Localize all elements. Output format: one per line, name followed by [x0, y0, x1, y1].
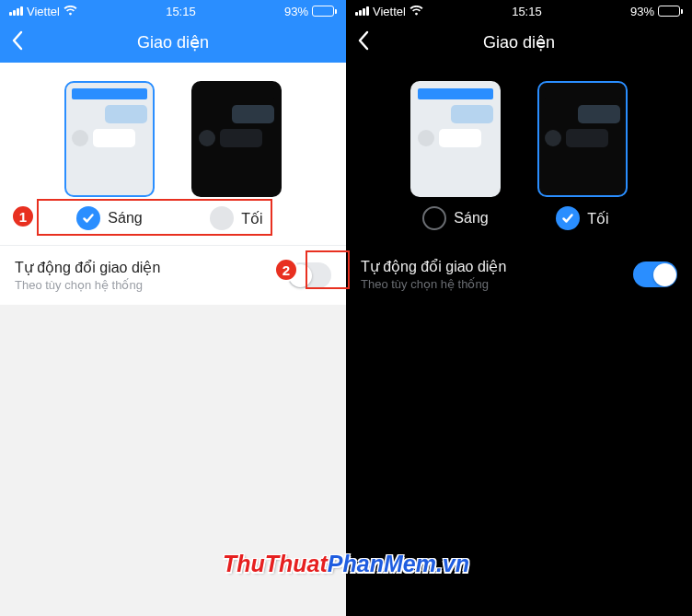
theme-preview-dark — [537, 81, 628, 197]
theme-preview-dark — [191, 81, 282, 197]
battery-icon — [658, 6, 683, 17]
back-button[interactable] — [357, 30, 370, 54]
phone-dark: Viettel 15:15 93% Giao diện — [346, 0, 692, 616]
battery-icon — [312, 6, 337, 17]
carrier-label: Viettel — [27, 5, 60, 18]
auto-subtitle: Theo tùy chọn hệ thống — [15, 278, 160, 292]
auto-title: Tự động đổi giao diện — [15, 259, 160, 276]
chevron-left-icon — [11, 30, 24, 51]
auto-theme-row: Tự động đổi giao diện Theo tùy chọn hệ t… — [346, 245, 692, 304]
auto-title: Tự động đổi giao diện — [361, 258, 506, 275]
wifi-icon — [409, 6, 423, 17]
nav-bar: Giao diện — [346, 22, 692, 63]
radio-dark-label: Tối — [587, 210, 608, 227]
clock-label: 15:15 — [166, 5, 196, 18]
auto-toggle[interactable] — [633, 262, 677, 287]
back-button[interactable] — [11, 30, 24, 54]
theme-preview-light — [64, 81, 155, 197]
annotation-box-1 — [37, 199, 272, 236]
radio-light[interactable] — [422, 206, 446, 230]
theme-option-light[interactable]: Sáng — [410, 81, 501, 230]
signal-icon — [355, 6, 369, 16]
page-title: Giao diện — [483, 32, 555, 52]
chevron-left-icon — [357, 30, 370, 51]
clock-label: 15:15 — [512, 5, 542, 18]
wifi-icon — [63, 6, 77, 17]
status-bar: Viettel 15:15 93% — [346, 0, 692, 22]
annotation-badge-1: 1 — [11, 204, 35, 228]
signal-icon — [9, 6, 23, 16]
phone-light: Viettel 15:15 93% Giao diện — [0, 0, 346, 616]
theme-option-dark[interactable]: Tối — [537, 81, 628, 230]
watermark: ThuThuatPhanMem.vn — [223, 551, 469, 577]
battery-pct: 93% — [284, 5, 308, 18]
radio-dark[interactable] — [556, 206, 580, 230]
theme-selector: Sáng Tối — [346, 63, 692, 245]
page-title: Giao diện — [137, 32, 209, 52]
annotation-box-2 — [306, 250, 350, 289]
radio-light-label: Sáng — [454, 210, 488, 227]
auto-subtitle: Theo tùy chọn hệ thống — [361, 277, 506, 291]
check-icon — [561, 212, 574, 225]
theme-preview-light — [410, 81, 501, 197]
status-bar: Viettel 15:15 93% — [0, 0, 346, 22]
carrier-label: Viettel — [373, 5, 406, 18]
nav-bar: Giao diện — [0, 22, 346, 63]
battery-pct: 93% — [630, 5, 654, 18]
annotation-badge-2: 2 — [274, 258, 298, 282]
